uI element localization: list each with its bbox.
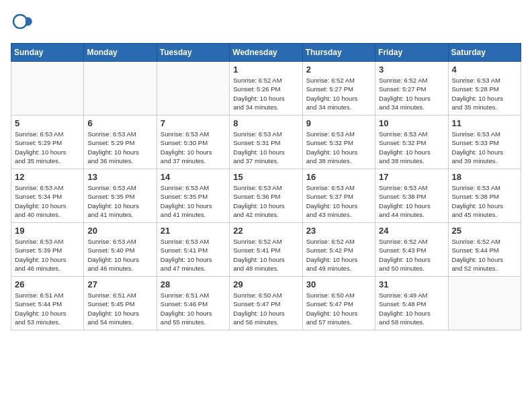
calendar-cell: 26Sunrise: 6:51 AM Sunset: 5:44 PM Dayli… — [11, 277, 84, 330]
day-number: 24 — [379, 226, 444, 236]
day-info: Sunrise: 6:53 AM Sunset: 5:39 PM Dayligh… — [15, 237, 80, 273]
day-number: 17 — [379, 172, 444, 182]
calendar-cell: 19Sunrise: 6:53 AM Sunset: 5:39 PM Dayli… — [11, 223, 84, 277]
weekday-header: Wednesday — [230, 44, 302, 62]
day-info: Sunrise: 6:53 AM Sunset: 5:35 PM Dayligh… — [161, 183, 226, 219]
day-info: Sunrise: 6:53 AM Sunset: 5:29 PM Dayligh… — [87, 130, 152, 165]
calendar-week-row: 26Sunrise: 6:51 AM Sunset: 5:44 PM Dayli… — [11, 277, 521, 330]
day-info: Sunrise: 6:53 AM Sunset: 5:29 PM Dayligh… — [15, 130, 80, 165]
day-info: Sunrise: 6:51 AM Sunset: 5:46 PM Dayligh… — [161, 291, 226, 326]
weekday-header: Thursday — [302, 44, 375, 62]
day-info: Sunrise: 6:50 AM Sunset: 5:47 PM Dayligh… — [306, 291, 371, 326]
day-number: 28 — [161, 279, 226, 289]
day-number: 20 — [87, 226, 152, 236]
day-info: Sunrise: 6:52 AM Sunset: 5:27 PM Dayligh… — [379, 76, 444, 111]
calendar-cell — [448, 277, 521, 330]
day-number: 6 — [87, 118, 152, 128]
calendar-cell: 24Sunrise: 6:52 AM Sunset: 5:43 PM Dayli… — [375, 223, 448, 277]
day-number: 3 — [379, 64, 444, 75]
calendar-cell: 6Sunrise: 6:53 AM Sunset: 5:29 PM Daylig… — [84, 116, 157, 169]
day-number: 11 — [452, 118, 517, 128]
calendar-cell: 2Sunrise: 6:52 AM Sunset: 5:27 PM Daylig… — [302, 62, 375, 116]
day-number: 21 — [161, 226, 226, 236]
weekday-header: Saturday — [448, 44, 521, 62]
weekday-header: Friday — [375, 44, 448, 62]
day-info: Sunrise: 6:52 AM Sunset: 5:26 PM Dayligh… — [233, 76, 298, 111]
calendar-cell: 16Sunrise: 6:53 AM Sunset: 5:37 PM Dayli… — [302, 169, 375, 223]
calendar-cell: 4Sunrise: 6:53 AM Sunset: 5:28 PM Daylig… — [448, 62, 521, 116]
day-info: Sunrise: 6:53 AM Sunset: 5:30 PM Dayligh… — [161, 130, 226, 165]
day-info: Sunrise: 6:52 AM Sunset: 5:44 PM Dayligh… — [452, 237, 517, 273]
calendar-week-row: 5Sunrise: 6:53 AM Sunset: 5:29 PM Daylig… — [11, 116, 521, 169]
calendar-cell — [84, 62, 157, 116]
calendar-cell: 18Sunrise: 6:53 AM Sunset: 5:38 PM Dayli… — [448, 169, 521, 223]
day-number: 22 — [233, 226, 298, 236]
day-number: 10 — [379, 118, 444, 128]
day-number: 25 — [452, 226, 517, 236]
day-info: Sunrise: 6:53 AM Sunset: 5:37 PM Dayligh… — [306, 183, 371, 219]
weekday-header: Tuesday — [157, 44, 229, 62]
day-number: 4 — [452, 64, 517, 75]
calendar-cell: 12Sunrise: 6:53 AM Sunset: 5:34 PM Dayli… — [11, 169, 84, 223]
day-number: 8 — [233, 118, 298, 128]
day-info: Sunrise: 6:53 AM Sunset: 5:31 PM Dayligh… — [233, 130, 298, 165]
calendar-week-row: 19Sunrise: 6:53 AM Sunset: 5:39 PM Dayli… — [11, 223, 521, 277]
logo — [11, 11, 39, 35]
calendar-cell: 10Sunrise: 6:53 AM Sunset: 5:32 PM Dayli… — [375, 116, 448, 169]
calendar-cell: 14Sunrise: 6:53 AM Sunset: 5:35 PM Dayli… — [157, 169, 229, 223]
day-number: 15 — [233, 172, 298, 182]
day-info: Sunrise: 6:52 AM Sunset: 5:43 PM Dayligh… — [379, 237, 444, 273]
day-info: Sunrise: 6:51 AM Sunset: 5:44 PM Dayligh… — [15, 291, 80, 326]
calendar-cell: 8Sunrise: 6:53 AM Sunset: 5:31 PM Daylig… — [230, 116, 302, 169]
calendar-cell: 27Sunrise: 6:51 AM Sunset: 5:45 PM Dayli… — [84, 277, 157, 330]
day-info: Sunrise: 6:49 AM Sunset: 5:48 PM Dayligh… — [379, 291, 444, 326]
day-info: Sunrise: 6:53 AM Sunset: 5:40 PM Dayligh… — [87, 237, 152, 273]
calendar-cell: 13Sunrise: 6:53 AM Sunset: 5:35 PM Dayli… — [84, 169, 157, 223]
calendar-cell: 23Sunrise: 6:52 AM Sunset: 5:42 PM Dayli… — [302, 223, 375, 277]
calendar-cell: 31Sunrise: 6:49 AM Sunset: 5:48 PM Dayli… — [375, 277, 448, 330]
day-info: Sunrise: 6:53 AM Sunset: 5:35 PM Dayligh… — [87, 183, 152, 219]
day-number: 14 — [161, 172, 226, 182]
calendar-week-row: 12Sunrise: 6:53 AM Sunset: 5:34 PM Dayli… — [11, 169, 521, 223]
day-info: Sunrise: 6:53 AM Sunset: 5:36 PM Dayligh… — [233, 183, 298, 219]
day-info: Sunrise: 6:53 AM Sunset: 5:32 PM Dayligh… — [379, 130, 444, 165]
calendar-cell: 1Sunrise: 6:52 AM Sunset: 5:26 PM Daylig… — [230, 62, 302, 116]
day-info: Sunrise: 6:53 AM Sunset: 5:32 PM Dayligh… — [306, 130, 371, 165]
day-number: 31 — [379, 279, 444, 289]
calendar-cell: 30Sunrise: 6:50 AM Sunset: 5:47 PM Dayli… — [302, 277, 375, 330]
day-number: 23 — [306, 226, 371, 236]
day-number: 29 — [233, 279, 298, 289]
calendar-cell — [157, 62, 229, 116]
day-info: Sunrise: 6:52 AM Sunset: 5:41 PM Dayligh… — [233, 237, 298, 273]
day-number: 19 — [15, 226, 80, 236]
day-info: Sunrise: 6:53 AM Sunset: 5:33 PM Dayligh… — [452, 130, 517, 165]
day-info: Sunrise: 6:53 AM Sunset: 5:34 PM Dayligh… — [15, 183, 80, 219]
calendar-cell: 9Sunrise: 6:53 AM Sunset: 5:32 PM Daylig… — [302, 116, 375, 169]
logo-icon — [11, 11, 35, 35]
calendar-week-row: 1Sunrise: 6:52 AM Sunset: 5:26 PM Daylig… — [11, 62, 521, 116]
calendar-cell: 20Sunrise: 6:53 AM Sunset: 5:40 PM Dayli… — [84, 223, 157, 277]
day-number: 9 — [306, 118, 371, 128]
day-number: 18 — [452, 172, 517, 182]
day-info: Sunrise: 6:51 AM Sunset: 5:45 PM Dayligh… — [87, 291, 152, 326]
calendar-cell: 28Sunrise: 6:51 AM Sunset: 5:46 PM Dayli… — [157, 277, 229, 330]
calendar-cell: 21Sunrise: 6:53 AM Sunset: 5:41 PM Dayli… — [157, 223, 229, 277]
calendar-cell: 11Sunrise: 6:53 AM Sunset: 5:33 PM Dayli… — [448, 116, 521, 169]
calendar-cell — [11, 62, 84, 116]
calendar-cell: 29Sunrise: 6:50 AM Sunset: 5:47 PM Dayli… — [230, 277, 302, 330]
calendar-cell: 22Sunrise: 6:52 AM Sunset: 5:41 PM Dayli… — [230, 223, 302, 277]
day-info: Sunrise: 6:53 AM Sunset: 5:28 PM Dayligh… — [452, 76, 517, 111]
weekday-header: Sunday — [11, 44, 84, 62]
calendar-cell: 15Sunrise: 6:53 AM Sunset: 5:36 PM Dayli… — [230, 169, 302, 223]
day-number: 13 — [87, 172, 152, 182]
calendar-cell: 3Sunrise: 6:52 AM Sunset: 5:27 PM Daylig… — [375, 62, 448, 116]
day-info: Sunrise: 6:53 AM Sunset: 5:41 PM Dayligh… — [161, 237, 226, 273]
day-number: 2 — [306, 64, 371, 75]
calendar-table: SundayMondayTuesdayWednesdayThursdayFrid… — [11, 43, 521, 330]
day-info: Sunrise: 6:53 AM Sunset: 5:38 PM Dayligh… — [452, 183, 517, 219]
day-info: Sunrise: 6:50 AM Sunset: 5:47 PM Dayligh… — [233, 291, 298, 326]
day-number: 16 — [306, 172, 371, 182]
day-number: 27 — [87, 279, 152, 289]
calendar-cell: 17Sunrise: 6:53 AM Sunset: 5:38 PM Dayli… — [375, 169, 448, 223]
day-number: 1 — [233, 64, 298, 75]
